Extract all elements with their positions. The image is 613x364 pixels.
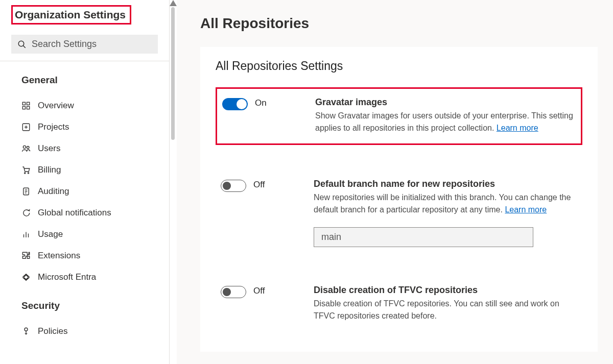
setting-title: Gravatar images xyxy=(315,97,576,108)
svg-rect-2 xyxy=(22,102,25,105)
svg-point-11 xyxy=(25,173,26,174)
entra-icon xyxy=(21,273,31,282)
nav-usage[interactable]: Usage xyxy=(21,224,169,245)
nav-label: Policies xyxy=(38,326,68,336)
learn-more-link[interactable]: Learn more xyxy=(497,124,538,132)
nav-overview[interactable]: Overview xyxy=(21,95,169,116)
setting-title: Disable creation of TFVC repositories xyxy=(314,285,577,296)
card-title: All Repositories Settings xyxy=(216,59,582,73)
sidebar: Organization Settings General Overview P… xyxy=(0,0,170,364)
nav-label: Projects xyxy=(38,122,69,132)
learn-more-link[interactable]: Learn more xyxy=(505,205,547,214)
toggle-state: Off xyxy=(253,180,265,190)
chart-icon xyxy=(21,230,31,239)
setting-desc: Show Gravatar images for users outside o… xyxy=(315,110,576,134)
default-branch-input[interactable] xyxy=(314,227,533,247)
setting-tfvc: Off Disable creation of TFVC repositorie… xyxy=(216,277,582,331)
svg-point-12 xyxy=(28,173,29,174)
nav-projects[interactable]: Projects xyxy=(21,116,169,138)
svg-rect-4 xyxy=(22,107,25,109)
page-title: All Repositories xyxy=(200,15,598,32)
search-settings[interactable] xyxy=(11,35,158,54)
svg-line-1 xyxy=(23,45,26,48)
toggle-state: Off xyxy=(253,286,265,296)
nav-users[interactable]: Users xyxy=(21,138,169,159)
nav-extensions[interactable]: Extensions xyxy=(21,245,169,266)
svg-point-0 xyxy=(18,41,24,46)
sidebar-title: Organization Settings xyxy=(11,5,131,25)
nav-label: Global notifications xyxy=(38,208,111,218)
toggle-default-branch[interactable] xyxy=(221,180,246,192)
settings-card: All Repositories Settings On Gravatar im… xyxy=(200,47,598,352)
scroll-up-icon xyxy=(170,0,177,6)
grid-icon xyxy=(21,101,31,110)
svg-point-10 xyxy=(27,147,30,149)
nav-microsoft-entra[interactable]: Microsoft Entra xyxy=(21,266,169,288)
svg-point-20 xyxy=(25,328,28,331)
nav-label: Extensions xyxy=(38,251,80,261)
nav-label: Microsoft Entra xyxy=(38,272,96,282)
search-input[interactable] xyxy=(32,39,152,50)
sidebar-nav: General Overview Projects Users Billing xyxy=(0,61,169,342)
section-security: Security xyxy=(21,300,169,311)
scroll-thumb[interactable] xyxy=(171,7,175,140)
svg-rect-3 xyxy=(27,102,30,105)
doc-icon xyxy=(21,187,31,196)
nav-label: Usage xyxy=(38,229,63,239)
nav-auditing[interactable]: Auditing xyxy=(21,181,169,202)
svg-rect-5 xyxy=(27,107,30,109)
nav-label: Overview xyxy=(38,101,74,111)
nav-label: Billing xyxy=(38,165,61,175)
setting-gravatar: On Gravatar images Show Gravatar images … xyxy=(216,87,582,145)
setting-desc: New repositories will be initialized wit… xyxy=(314,191,577,216)
section-general: General xyxy=(21,75,169,86)
toggle-state: On xyxy=(255,98,267,108)
users-icon xyxy=(21,144,31,153)
nav-billing[interactable]: Billing xyxy=(21,159,169,181)
nav-global-notifications[interactable]: Global notifications xyxy=(21,202,169,224)
setting-default-branch: Off Default branch name for new reposito… xyxy=(216,171,582,256)
plusbox-icon xyxy=(21,123,31,132)
toggle-tfvc[interactable] xyxy=(221,286,246,298)
setting-desc: Disable creation of TFVC repositories. Y… xyxy=(314,298,577,322)
key-icon xyxy=(21,327,31,336)
search-icon xyxy=(17,40,27,49)
svg-point-9 xyxy=(23,145,26,148)
main-content: All Repositories All Repositories Settin… xyxy=(177,0,613,364)
setting-title: Default branch name for new repositories xyxy=(314,179,577,189)
puzzle-icon xyxy=(21,251,31,260)
toggle-gravatar[interactable] xyxy=(222,98,248,110)
nav-label: Users xyxy=(38,143,60,154)
nav-label: Auditing xyxy=(38,186,69,197)
sidebar-scrollbar[interactable] xyxy=(170,0,177,364)
chat-icon xyxy=(21,208,31,217)
cart-icon xyxy=(21,165,31,175)
nav-policies[interactable]: Policies xyxy=(21,321,169,342)
